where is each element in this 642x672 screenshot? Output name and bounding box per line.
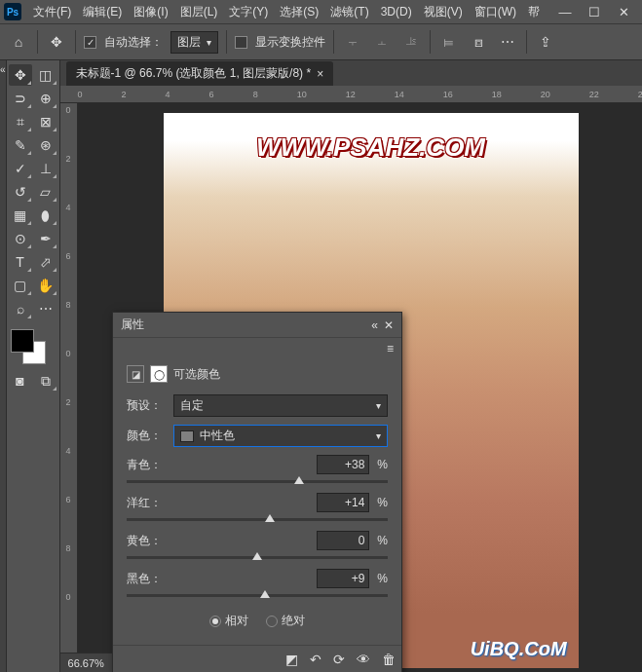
menu-help[interactable]: 帮: [522, 4, 546, 20]
window-maximize-button[interactable]: ☐: [580, 2, 609, 21]
menu-edit[interactable]: 编辑(E): [77, 4, 128, 20]
panel-menu-icon[interactable]: ≡: [387, 342, 394, 355]
home-icon[interactable]: ⌂: [8, 31, 29, 53]
app-logo: Ps: [4, 3, 21, 20]
menu-window[interactable]: 窗口(W): [469, 4, 522, 20]
quick-mask-toggle[interactable]: ◙: [9, 370, 32, 392]
3d-mode-icon[interactable]: ⧈: [468, 31, 489, 53]
cyan-slider[interactable]: [127, 480, 388, 483]
clip-to-layer-icon[interactable]: ◩: [285, 652, 298, 667]
healing-tool[interactable]: ⊛: [34, 134, 57, 156]
document-tab[interactable]: 未标题-1 @ 66.7% (选取颜色 1, 图层蒙版/8) * ×: [66, 61, 334, 86]
status-bar: 66.67%: [60, 653, 112, 672]
black-slider[interactable]: [127, 594, 388, 597]
document-tab-bar: 未标题-1 @ 66.7% (选取颜色 1, 图层蒙版/8) * ×: [60, 60, 642, 86]
black-label: 黑色：: [127, 571, 317, 587]
blur-tool[interactable]: ⬮: [34, 205, 57, 226]
type-tool[interactable]: T: [9, 251, 32, 273]
magenta-slider[interactable]: [127, 518, 388, 521]
magenta-label: 洋红：: [127, 495, 317, 511]
panel-title: 属性: [121, 317, 144, 333]
eraser-tool[interactable]: ▱: [34, 181, 57, 203]
lasso-tool[interactable]: ⊃: [9, 88, 32, 109]
mask-icon[interactable]: ◯: [150, 365, 168, 383]
align-top-icon[interactable]: ⫟: [342, 31, 363, 53]
hand-tool[interactable]: ✋: [34, 275, 57, 296]
share-icon[interactable]: ⇪: [535, 31, 556, 53]
menu-image[interactable]: 图像(I): [128, 4, 173, 20]
adjustment-icon[interactable]: ◪: [127, 365, 144, 383]
zoom-level[interactable]: 66.67%: [68, 657, 104, 669]
show-transform-checkbox[interactable]: [235, 36, 247, 49]
preset-dropdown[interactable]: 自定▾: [173, 394, 388, 417]
foreground-color-swatch[interactable]: [11, 329, 34, 353]
toggle-visibility-icon[interactable]: 👁: [357, 652, 370, 667]
options-bar: ⌂ ✥ 自动选择： 图层▾ 显示变换控件 ⫟ ⫠ ⫡ ⫢ ⧈ ⋯ ⇪: [0, 23, 642, 60]
menu-filter[interactable]: 滤镜(T): [324, 4, 374, 20]
dodge-tool[interactable]: ⊙: [9, 228, 32, 249]
align-vcenter-icon[interactable]: ⫠: [371, 31, 393, 53]
distribute-icon[interactable]: ⫢: [438, 31, 460, 53]
view-previous-icon[interactable]: ↶: [310, 652, 321, 667]
stamp-tool[interactable]: ⊥: [34, 158, 57, 179]
brush-tool[interactable]: ✓: [9, 158, 32, 179]
panel-footer: ◩ ↶ ⟳ 👁 🗑: [113, 645, 401, 672]
path-select-tool[interactable]: ⬀: [34, 251, 57, 273]
watermark-top: WWW.PSAHZ.COM: [256, 132, 485, 163]
move-tool[interactable]: ✥: [9, 64, 32, 86]
reset-icon[interactable]: ⟳: [333, 652, 345, 667]
magenta-input[interactable]: [317, 493, 369, 512]
auto-select-label: 自动选择：: [104, 34, 163, 51]
color-swatches[interactable]: [9, 327, 48, 366]
auto-select-checkbox[interactable]: [84, 36, 96, 49]
frame-tool[interactable]: ⊠: [34, 111, 57, 132]
panel-header[interactable]: 属性 « ✕: [113, 313, 401, 338]
more-options-icon[interactable]: ⋯: [497, 31, 518, 53]
marquee-tool[interactable]: ◫: [34, 64, 57, 86]
vertical-ruler: 02468024680: [60, 103, 78, 672]
toolbox-more[interactable]: ⋯: [34, 298, 57, 319]
menu-select[interactable]: 选择(S): [274, 4, 324, 20]
show-transform-label: 显示变换控件: [255, 34, 325, 51]
yellow-slider[interactable]: [127, 556, 388, 559]
menu-file[interactable]: 文件(F): [27, 4, 77, 20]
history-brush-tool[interactable]: ↺: [9, 181, 32, 203]
delete-adjustment-icon[interactable]: 🗑: [382, 652, 396, 667]
preset-label: 预设：: [127, 397, 173, 414]
panel-close-icon[interactable]: ✕: [384, 318, 394, 332]
gradient-tool[interactable]: ▦: [9, 205, 32, 226]
crop-tool[interactable]: ⌗: [9, 111, 32, 132]
menu-layer[interactable]: 图层(L): [174, 4, 224, 20]
shape-tool[interactable]: ▢: [9, 275, 32, 296]
title-bar: Ps 文件(F) 编辑(E) 图像(I) 图层(L) 文字(Y) 选择(S) 滤…: [0, 0, 642, 23]
cyan-label: 青色：: [127, 457, 317, 473]
horizontal-ruler: 024681012141618202224: [60, 86, 642, 103]
yellow-input[interactable]: [317, 531, 369, 550]
black-input[interactable]: [317, 569, 369, 588]
yellow-label: 黄色：: [127, 533, 317, 549]
align-bottom-icon[interactable]: ⫡: [400, 31, 422, 53]
cyan-input[interactable]: [317, 455, 369, 474]
panel-collapse-icon[interactable]: «: [371, 318, 378, 332]
properties-panel: 属性 « ✕ ≡ ◪ ◯ 可选颜色 预设： 自定▾ 颜色： 中性色▾: [112, 312, 402, 672]
menu-view[interactable]: 视图(V): [418, 4, 469, 20]
eyedropper-tool[interactable]: ✎: [9, 134, 32, 156]
pen-tool[interactable]: ✒: [34, 228, 57, 249]
adjustment-name: 可选颜色: [173, 366, 220, 383]
move-tool-icon[interactable]: ✥: [46, 31, 67, 53]
method-absolute-radio[interactable]: 绝对: [266, 613, 305, 629]
color-dropdown[interactable]: 中性色▾: [173, 425, 388, 447]
toolbox: ✥◫ ⊃⊕ ⌗⊠ ✎⊛ ✓⊥ ↺▱ ▦⬮ ⊙✒ T⬀ ▢✋ ⌕⋯ ◙⧉: [7, 60, 60, 672]
quick-select-tool[interactable]: ⊕: [34, 88, 57, 109]
menu-type[interactable]: 文字(Y): [223, 4, 274, 20]
document-tab-title: 未标题-1 @ 66.7% (选取颜色 1, 图层蒙版/8) *: [76, 65, 312, 82]
window-minimize-button[interactable]: —: [550, 2, 580, 21]
zoom-tool[interactable]: ⌕: [9, 298, 32, 319]
auto-select-target-dropdown[interactable]: 图层▾: [170, 31, 218, 54]
window-close-button[interactable]: ✕: [609, 2, 638, 21]
close-tab-icon[interactable]: ×: [317, 67, 323, 81]
menu-3d[interactable]: 3D(D): [375, 5, 418, 19]
color-label: 颜色：: [127, 428, 173, 444]
method-relative-radio[interactable]: 相对: [209, 613, 248, 629]
screen-mode-toggle[interactable]: ⧉: [34, 370, 57, 392]
